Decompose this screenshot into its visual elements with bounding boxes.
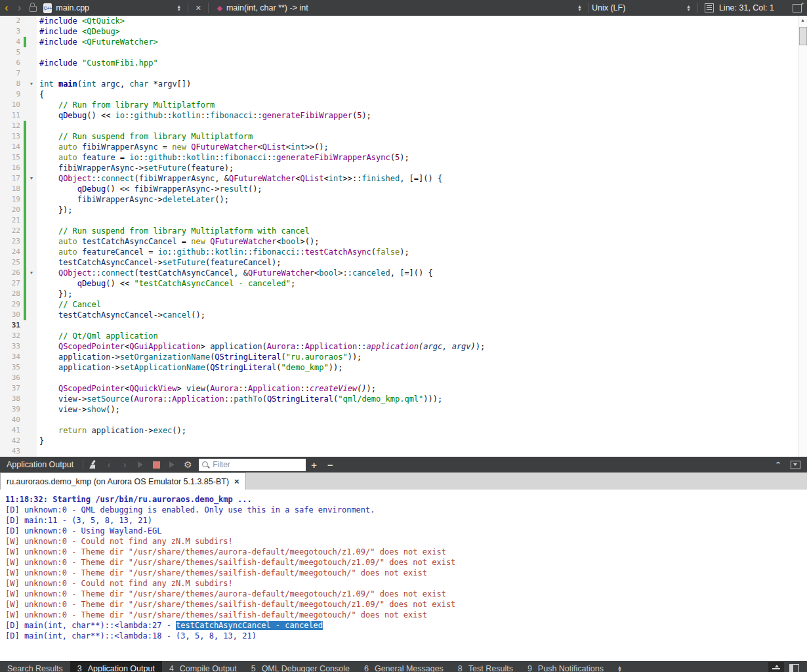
code-line[interactable]: 35 application->setApplicationName(QStri… [0, 362, 807, 373]
stop-icon[interactable] [149, 458, 163, 471]
scrollbar-thumb[interactable] [799, 27, 807, 45]
code-line[interactable]: 43 [0, 446, 807, 457]
code-line[interactable]: 26▼ QObject::connect(testCatchAsyncCance… [0, 268, 807, 278]
maximize-panel-icon[interactable]: ⌃ [775, 461, 781, 468]
code-line[interactable]: 27 qDebug() << "testCatchAsyncCancel - c… [0, 278, 807, 289]
code-line[interactable]: 20 }); [0, 205, 807, 215]
fold-column [26, 404, 37, 415]
code-text: // Run from library Multiplatform [37, 100, 807, 110]
pane-tab-search-results[interactable]: Search Results [0, 661, 70, 672]
code-line[interactable]: 4#include <QFutureWatcher> [0, 37, 807, 47]
fold-column [26, 425, 37, 436]
code-line[interactable]: 8▼int main(int argc, char *argv[]) [0, 79, 807, 89]
code-line[interactable]: 14 auto fibiWrapperAsync = new QFutureWa… [0, 142, 807, 152]
toggle-sidebar-icon[interactable] [789, 664, 799, 672]
pane-tab-application-output[interactable]: 3Application Output [70, 661, 162, 672]
code-line[interactable]: 3#include <QDebug> [0, 26, 807, 37]
code-line[interactable]: 2#include <QtQuick> [0, 16, 807, 26]
toggle-panel-button[interactable] [768, 662, 784, 672]
split-editor-icon[interactable] [793, 4, 802, 12]
fold-marker-icon[interactable]: ▼ [26, 79, 37, 89]
code-line[interactable]: 19 fibiWrapperAsync->deleteLater(); [0, 194, 807, 205]
code-line[interactable]: 25 testCatchAsyncCancel->setFuture(featu… [0, 257, 807, 268]
pane-tab-push-notifications[interactable]: 9Push Notifications [520, 661, 611, 672]
fold-marker-icon[interactable]: ▼ [26, 268, 37, 278]
fold-column [26, 257, 37, 268]
code-line[interactable]: 24 auto featureCancel = io::github::kotl… [0, 247, 807, 257]
code-editor[interactable]: 2#include <QtQuick>3#include <QDebug>4#i… [0, 16, 807, 457]
run-icon[interactable] [133, 458, 148, 471]
fold-column [26, 331, 37, 341]
code-line[interactable]: 36 [0, 373, 807, 383]
code-line[interactable]: 23 auto testCatchAsyncCancel = new QFutu… [0, 236, 807, 247]
code-line[interactable]: 9{ [0, 89, 807, 100]
run-output-tab[interactable]: ru.auroraos.demo_kmp (on Aurora OS Emula… [0, 472, 246, 490]
code-text: view->setSource(Aurora::Application::pat… [37, 394, 807, 404]
line-number: 38 [0, 394, 24, 404]
code-area[interactable]: 2#include <QtQuick>3#include <QDebug>4#i… [0, 16, 807, 457]
zoom-out-icon[interactable]: − [322, 459, 339, 471]
code-line[interactable]: 31 [0, 320, 807, 331]
output-filter-input[interactable]: Filter [199, 459, 306, 471]
open-document-name[interactable]: main.cpp [56, 3, 173, 12]
code-line[interactable]: 16 fibiWrapperAsync->setFuture(feature); [0, 163, 807, 173]
editor-scrollbar[interactable]: ▲ [798, 16, 807, 457]
code-line[interactable]: 13 // Run suspend from library Multiplat… [0, 131, 807, 142]
code-line[interactable]: 38 view->setSource(Aurora::Application::… [0, 394, 807, 404]
fold-column [26, 184, 37, 194]
attach-debugger-icon[interactable] [165, 458, 179, 471]
code-line[interactable]: 11 qDebug() << io::github::kotlin::fibon… [0, 110, 807, 121]
code-line[interactable]: 32 // Qt/Qml application [0, 331, 807, 341]
code-line[interactable]: 34 application->setOrganizationName(QStr… [0, 352, 807, 362]
line-ending-selector[interactable]: Unix (LF) [592, 3, 682, 12]
next-item-icon[interactable]: › [117, 458, 132, 471]
code-line[interactable]: 6#include "CustomFibi.hpp" [0, 58, 807, 68]
close-run-tab-icon[interactable]: × [234, 476, 239, 486]
go-forward-icon[interactable]: › [13, 1, 26, 15]
code-line[interactable]: 39 view->show(); [0, 404, 807, 415]
line-number: 34 [0, 352, 24, 362]
pane-tab-compile-output[interactable]: 4Compile Output [162, 661, 244, 672]
panes-dropdown-icon[interactable]: ▲▼ [617, 665, 622, 672]
code-line[interactable]: 17▼ QObject::connect(fibiWrapperAsync, &… [0, 173, 807, 184]
document-dropdown-icon[interactable]: ▲▼ [176, 5, 181, 11]
scroll-up-icon[interactable]: ▲ [798, 16, 807, 25]
code-line[interactable]: 37 QScopedPointer<QQuickView> view(Auror… [0, 383, 807, 394]
close-document-icon[interactable]: × [191, 3, 205, 13]
code-line[interactable]: 12 [0, 121, 807, 131]
pane-tab-test-results[interactable]: 8Test Results [451, 661, 520, 672]
code-line[interactable]: 22 // Run suspend from library Multiplat… [0, 226, 807, 236]
code-line[interactable]: 40 [0, 415, 807, 425]
code-line[interactable]: 28 }); [0, 289, 807, 299]
code-line[interactable]: 7 [0, 68, 807, 79]
code-line[interactable]: 42} [0, 436, 807, 446]
pane-tab-qml-debugger-console[interactable]: 5QML Debugger Console [244, 661, 357, 672]
minimize-panel-icon[interactable] [791, 461, 800, 469]
line-ending-dropdown-icon[interactable]: ▲▼ [686, 5, 691, 11]
lock-icon [30, 6, 37, 12]
code-line[interactable]: 29 // Cancel [0, 299, 807, 310]
symbol-dropdown-icon[interactable]: ▲▼ [577, 5, 582, 11]
code-text: } [37, 436, 807, 446]
clear-output-icon[interactable] [86, 458, 100, 471]
code-text [37, 373, 807, 383]
code-line[interactable]: 21 [0, 215, 807, 226]
settings-gear-icon[interactable]: ⚙ [180, 458, 195, 471]
line-number: 42 [0, 436, 24, 446]
symbol-selector[interactable]: main(int, char **) -> int [226, 3, 573, 12]
code-line[interactable]: 41 return application->exec(); [0, 425, 807, 436]
fold-marker-icon[interactable]: ▼ [26, 173, 37, 184]
code-line[interactable]: 18 qDebug() << fibiWrapperAsync->result(… [0, 184, 807, 194]
go-back-icon[interactable]: ‹ [0, 1, 13, 15]
code-text: }); [37, 289, 807, 299]
application-output-console[interactable]: 11:18:32: Starting /usr/bin/ru.auroraos.… [0, 490, 807, 661]
zoom-in-icon[interactable]: + [306, 459, 322, 471]
code-line[interactable]: 10 // Run from library Multiplatform [0, 100, 807, 110]
code-line[interactable]: 33 QScopedPointer<QGuiApplication> appli… [0, 341, 807, 352]
previous-item-icon[interactable]: ‹ [102, 458, 116, 471]
code-line[interactable]: 30 testCatchAsyncCancel->cancel(); [0, 310, 807, 320]
code-text: auto featureCancel = io::github::kotlin:… [37, 247, 807, 257]
pane-tab-general-messages[interactable]: 6General Messages [357, 661, 451, 672]
code-line[interactable]: 5 [0, 47, 807, 58]
code-line[interactable]: 15 auto feature = io::github::kotlin::fi… [0, 152, 807, 163]
